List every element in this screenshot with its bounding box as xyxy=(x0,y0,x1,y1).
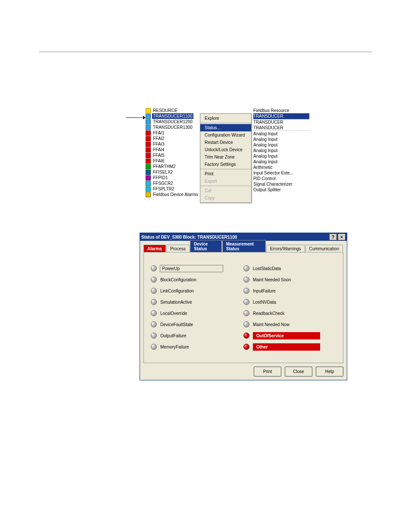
tree-item-icon xyxy=(146,131,151,136)
menu-item[interactable]: Print xyxy=(200,170,251,177)
status-label: PowerUp xyxy=(160,265,223,272)
status-label: LostNVData xyxy=(253,300,276,305)
tree-item-label: FFAI5 xyxy=(152,152,165,158)
status-label: LocalOverride xyxy=(160,311,187,316)
status-label: SimulationActive xyxy=(160,300,192,305)
type-cell: Analog Input xyxy=(253,131,309,137)
close-button[interactable]: Close xyxy=(285,367,312,376)
tree-item-label: FFAI1 xyxy=(152,130,165,136)
menu-item: Export xyxy=(200,177,251,185)
tab[interactable]: Device Status xyxy=(190,240,222,252)
type-cell: Analog Input xyxy=(253,159,309,165)
tree-item-icon xyxy=(146,164,151,169)
status-row: InputFailure xyxy=(243,286,336,296)
tab[interactable]: Process xyxy=(166,245,190,252)
tree-item-label: FFAI4 xyxy=(152,147,165,152)
horizontal-rule xyxy=(39,52,372,52)
tree-item-icon xyxy=(146,192,151,197)
tree-item-icon xyxy=(146,187,151,192)
tree-item-label: TRANSDUCER1300 xyxy=(152,124,193,130)
tab[interactable]: Measurement Status xyxy=(222,240,266,252)
tree-item-label: RESOURCE xyxy=(152,108,178,113)
status-row: ReadbackCheck xyxy=(243,308,336,318)
tab[interactable]: Errors/Warnings xyxy=(266,245,305,252)
tree-item-label: TRANSDUCER1100 xyxy=(152,113,193,119)
type-cell: TRANSDUCER xyxy=(253,119,309,125)
help-button[interactable]: Help xyxy=(316,367,343,376)
type-cell: Fieldbus Resource xyxy=(253,108,309,113)
status-label: LinkConfiguration xyxy=(160,289,194,293)
svg-marker-1 xyxy=(143,116,146,119)
status-label: OutOfService xyxy=(253,332,320,339)
type-cell: Analog Input xyxy=(253,142,309,148)
status-label: OutputFailure xyxy=(160,333,187,338)
type-cell: TRANSDUCER xyxy=(253,125,309,131)
status-lamp-icon xyxy=(243,310,249,316)
menu-item[interactable]: Trim Near Zone xyxy=(200,153,251,161)
tree-item-icon xyxy=(146,142,151,147)
type-cell: Analog Input xyxy=(253,137,309,142)
type-cell: Arithmetic xyxy=(253,165,309,170)
status-lamp-icon xyxy=(151,277,157,283)
status-row: DeviceFaultState xyxy=(151,320,243,329)
menu-item[interactable]: Unlock/Lock Device xyxy=(200,146,251,153)
tree-item[interactable]: RESOURCE xyxy=(146,108,215,113)
help-icon[interactable]: ? xyxy=(329,233,337,240)
close-icon[interactable]: × xyxy=(338,233,346,240)
status-label: Maint Needed Now xyxy=(253,322,290,327)
menu-item: Cut xyxy=(200,187,251,194)
status-lamp-icon xyxy=(243,333,249,339)
status-row: OutputFailure xyxy=(151,331,243,340)
status-lamp-icon xyxy=(243,344,249,350)
tree-context-screenshot: RESOURCETRANSDUCER1100TRANSDUCER1200TRAN… xyxy=(146,108,309,196)
status-row: OutOfService xyxy=(243,331,336,340)
menu-item[interactable]: Status... xyxy=(200,124,251,131)
tab[interactable]: Alarms xyxy=(143,245,166,252)
tab[interactable]: Communication xyxy=(305,245,343,252)
print-button[interactable]: Print xyxy=(254,367,281,376)
status-lamp-icon xyxy=(151,265,157,271)
type-cell: TRANSDUCER xyxy=(253,113,309,119)
status-lamp-icon xyxy=(243,277,249,283)
status-row: LostStaticData xyxy=(243,264,336,273)
tree-item-label: FFPID1 xyxy=(152,175,168,180)
status-label: Maint Needed Soon xyxy=(253,277,291,282)
pointer-arrow xyxy=(126,115,146,120)
type-cell: Input Selector Exte... xyxy=(253,170,309,176)
tab-strip[interactable]: AlarmsProcessDevice StatusMeasurement St… xyxy=(143,243,343,252)
menu-item[interactable]: Explore xyxy=(200,115,251,122)
context-menu[interactable]: ExploreStatus...Configuration WizardRest… xyxy=(200,113,252,203)
type-cell: Signal Characterizer xyxy=(253,181,309,187)
status-lamp-icon xyxy=(151,344,157,350)
type-cell: Output Splitter xyxy=(253,187,309,193)
tree-item-icon xyxy=(146,147,151,152)
tree-item-label: Fieldbus Device Alarms xyxy=(152,192,199,197)
menu-item[interactable]: Factory Settings xyxy=(200,161,251,168)
tree-item-label: FFAI6 xyxy=(152,158,165,164)
status-dialog: Status of DEV_5300 Block: TRANSDUCER1100… xyxy=(140,233,347,380)
status-lamp-icon xyxy=(151,333,157,339)
dialog-title: Status of DEV_5300 Block: TRANSDUCER1100 xyxy=(141,235,237,240)
status-row: LocalOverride xyxy=(151,308,243,318)
tree-item-icon xyxy=(146,153,151,158)
status-row: Maint Needed Soon xyxy=(243,275,336,284)
status-label: BlockConfiguration xyxy=(160,277,196,282)
status-row: Maint Needed Now xyxy=(243,320,336,329)
status-row: PowerUp xyxy=(151,264,243,273)
status-lamp-icon xyxy=(151,310,157,316)
menu-item[interactable]: Restart Device xyxy=(200,139,251,146)
tree-item-icon xyxy=(146,114,151,119)
tree-item-icon xyxy=(146,125,151,130)
status-lamp-icon xyxy=(151,299,157,305)
type-cell: Analog Input xyxy=(253,148,309,153)
status-label: LostStaticData xyxy=(253,266,281,271)
status-row: SimulationActive xyxy=(151,297,243,307)
tree-item-label: TRANSDUCER1200 xyxy=(152,119,193,124)
status-column-left: PowerUpBlockConfigurationLinkConfigurati… xyxy=(151,262,243,353)
status-label: ReadbackCheck xyxy=(253,311,284,316)
status-row: BlockConfiguration xyxy=(151,275,243,284)
tree-item-icon xyxy=(146,136,151,141)
status-lamp-icon xyxy=(243,288,249,294)
menu-item[interactable]: Configuration Wizard xyxy=(200,131,251,139)
tree-item-label: FFARTHM2 xyxy=(152,164,177,169)
